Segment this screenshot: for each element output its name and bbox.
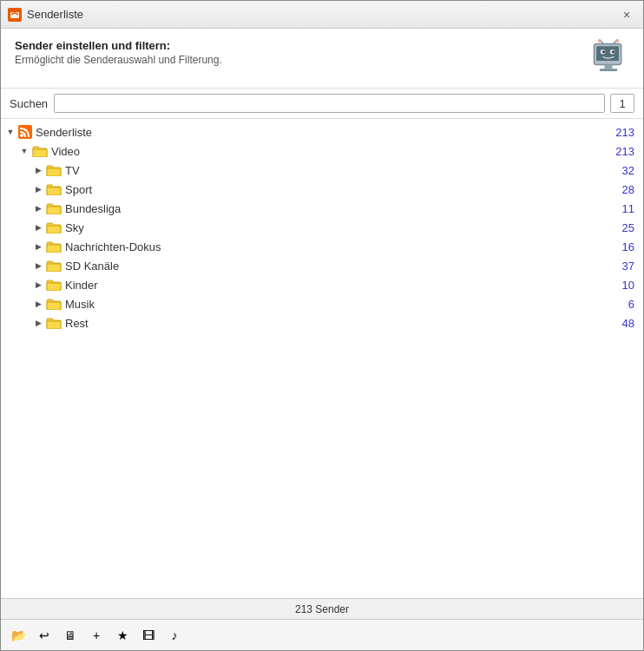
tree-item-sky[interactable]: Sky25 xyxy=(1,218,643,237)
btn-add[interactable]: + xyxy=(84,623,108,648)
tree-item-rest[interactable]: Rest48 xyxy=(1,313,643,332)
folder-icon-tv xyxy=(46,164,62,176)
chevron-nachrichten xyxy=(32,240,44,253)
computer-icon xyxy=(588,39,629,81)
tree-label-tv: TV xyxy=(65,164,614,177)
chevron-kinder xyxy=(32,279,44,291)
tree-label-sdkanaele: SD Kanäle xyxy=(65,260,614,273)
tree-item-bundesliga[interactable]: Bundesliga11 xyxy=(1,199,643,218)
chevron-rest xyxy=(32,317,44,329)
tree-item-musik[interactable]: Musik6 xyxy=(1,294,643,313)
tree-label-kinder: Kinder xyxy=(65,279,614,292)
tree-label-video: Video xyxy=(51,145,614,158)
app-icon xyxy=(8,8,22,22)
folder-icon-senderliste xyxy=(18,125,32,139)
titlebar-left: Senderliste xyxy=(8,8,83,22)
folder-icon-sky xyxy=(46,221,62,233)
folder-icon-nachrichten xyxy=(46,240,62,253)
header-subtitle: Ermöglicht die Senderauswahl und Filteru… xyxy=(15,54,222,66)
btn-film[interactable]: 🎞 xyxy=(136,623,161,648)
folder-icon-rest xyxy=(46,317,62,329)
tree-item-nachrichten[interactable]: Nachrichten-Dokus16 xyxy=(1,237,643,256)
window-title: Senderliste xyxy=(27,8,83,21)
svg-point-14 xyxy=(20,134,23,137)
chevron-tv xyxy=(32,164,44,176)
tree-label-nachrichten: Nachrichten-Dokus xyxy=(65,240,614,253)
folder-icon-bundesliga xyxy=(46,202,62,214)
header-text: Sender einstellen und filtern: Ermöglich… xyxy=(15,39,222,66)
search-input[interactable] xyxy=(54,94,605,113)
tree-count-nachrichten: 16 xyxy=(614,240,640,253)
tree-label-musik: Musik xyxy=(65,298,614,311)
tree-count-sdkanaele: 37 xyxy=(614,260,640,273)
chevron-senderliste xyxy=(4,126,16,138)
btn-screen[interactable]: 🖥 xyxy=(58,623,82,648)
search-label: Suchen xyxy=(10,97,49,110)
btn-music[interactable]: ♪ xyxy=(162,623,187,648)
toolbar: 📂↩🖥+★🎞♪ xyxy=(1,619,643,650)
svg-rect-3 xyxy=(604,65,612,69)
header-icon-area xyxy=(588,39,629,81)
tree-label-sport: Sport xyxy=(65,183,614,196)
search-count: 1 xyxy=(610,94,634,113)
tree-item-sdkanaele[interactable]: SD Kanäle37 xyxy=(1,256,643,275)
header-section: Sender einstellen und filtern: Ermöglich… xyxy=(1,29,643,89)
chevron-sport xyxy=(32,183,44,195)
svg-point-7 xyxy=(602,50,605,53)
main-window: Senderliste × Sender einstellen und filt… xyxy=(0,0,644,651)
svg-rect-4 xyxy=(600,69,617,71)
tree-count-sport: 28 xyxy=(614,183,640,196)
tree-label-bundesliga: Bundesliga xyxy=(65,202,614,215)
header-title: Sender einstellen und filtern: xyxy=(15,39,222,52)
statusbar-text: 213 Sender xyxy=(295,603,349,615)
tree-item-tv[interactable]: TV32 xyxy=(1,161,643,180)
chevron-sky xyxy=(32,221,44,233)
tree-label-rest: Rest xyxy=(65,317,614,330)
tree-label-senderliste: Senderliste xyxy=(36,126,614,139)
tree-label-sky: Sky xyxy=(65,221,614,234)
tree-item-kinder[interactable]: Kinder10 xyxy=(1,275,643,294)
btn-undo[interactable]: ↩ xyxy=(32,623,56,648)
folder-icon-video xyxy=(32,145,48,157)
svg-point-8 xyxy=(612,50,614,53)
tree-count-sky: 25 xyxy=(614,221,640,234)
svg-point-10 xyxy=(598,39,601,43)
tree-container: Senderliste213 Video213 TV32 Sport28 Bun… xyxy=(1,119,643,598)
tree-count-tv: 32 xyxy=(614,164,640,177)
chevron-musik xyxy=(32,298,44,310)
chevron-bundesliga xyxy=(32,202,44,214)
folder-icon-kinder xyxy=(46,279,62,291)
tree-count-kinder: 10 xyxy=(614,279,640,292)
svg-point-12 xyxy=(615,39,619,43)
search-bar: Suchen 1 xyxy=(1,89,643,119)
chevron-sdkanaele xyxy=(32,260,44,272)
statusbar: 213 Sender xyxy=(1,598,643,619)
titlebar: Senderliste × xyxy=(1,1,643,29)
btn-star[interactable]: ★ xyxy=(110,623,135,648)
tree-item-video[interactable]: Video213 xyxy=(1,141,643,161)
folder-icon-sport xyxy=(46,183,62,195)
tree-item-senderliste[interactable]: Senderliste213 xyxy=(1,122,643,141)
tree-count-musik: 6 xyxy=(614,298,640,311)
tree-count-senderliste: 213 xyxy=(614,126,640,139)
tree-count-video: 213 xyxy=(614,145,640,158)
tree-count-bundesliga: 11 xyxy=(614,202,640,215)
tree-count-rest: 48 xyxy=(614,317,640,330)
btn-load[interactable]: 📂 xyxy=(6,623,30,648)
folder-icon-musik xyxy=(46,298,62,310)
folder-icon-sdkanaele xyxy=(46,260,62,272)
tree-item-sport[interactable]: Sport28 xyxy=(1,180,643,199)
chevron-video xyxy=(18,145,30,157)
close-button[interactable]: × xyxy=(617,5,636,24)
